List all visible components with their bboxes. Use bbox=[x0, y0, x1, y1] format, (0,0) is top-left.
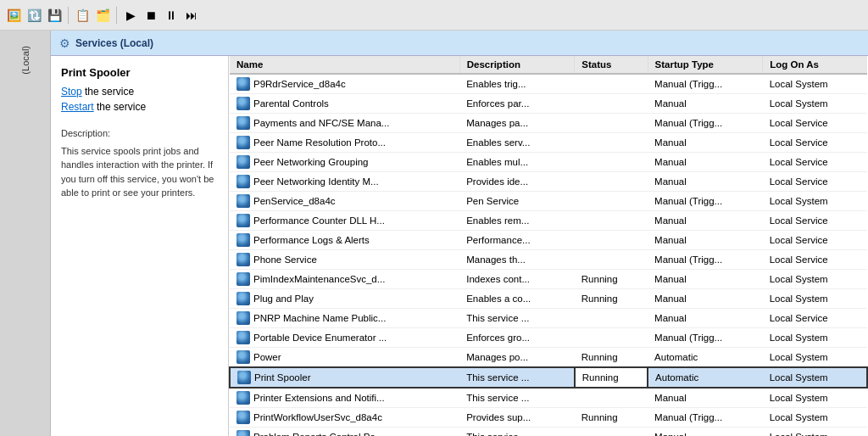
stop-link[interactable]: Stop bbox=[61, 86, 82, 98]
main-container: (Local) ⚙ Services (Local) Print Spooler… bbox=[0, 31, 868, 436]
table-row[interactable]: Payments and NFC/SE Mana...Manages pa...… bbox=[230, 114, 867, 133]
content-area: ⚙ Services (Local) Print Spooler Stop th… bbox=[51, 31, 868, 436]
stop-action-line: Stop the service bbox=[61, 86, 218, 98]
toolbar-icon-2[interactable]: 🔃 bbox=[25, 7, 42, 24]
cell-logon: Local System bbox=[763, 388, 867, 408]
sidebar-label: (Local) bbox=[20, 46, 31, 75]
cell-description: Indexes cont... bbox=[459, 270, 575, 289]
col-header-logon[interactable]: Log On As bbox=[763, 56, 867, 74]
service-icon bbox=[236, 136, 250, 149]
cell-logon: Local System bbox=[763, 367, 867, 388]
services-gear-icon: ⚙ bbox=[59, 36, 70, 50]
cell-description: This service ... bbox=[459, 388, 575, 408]
toolbar-icon-1[interactable]: 🖼️ bbox=[5, 7, 22, 24]
table-row[interactable]: Performance Logs & AlertsPerformance...M… bbox=[230, 231, 867, 250]
cell-name: Payments and NFC/SE Mana... bbox=[230, 114, 459, 132]
table-row[interactable]: Plug and PlayEnables a co...RunningManua… bbox=[230, 289, 867, 309]
description-label: Description: bbox=[61, 126, 218, 141]
cell-name: Plug and Play bbox=[230, 289, 459, 308]
table-panel[interactable]: Name Description Status Startup Type Log… bbox=[229, 56, 868, 436]
service-icon bbox=[236, 331, 250, 344]
play-button[interactable]: ▶ bbox=[122, 7, 139, 24]
pause-button[interactable]: ⏸ bbox=[163, 7, 180, 24]
cell-logon: Local Service bbox=[763, 211, 867, 231]
cell-startup: Manual bbox=[648, 270, 763, 289]
toolbar: 🖼️ 🔃 💾 📋 🗂️ ▶ ⏹ ⏸ ⏭ bbox=[0, 0, 868, 31]
table-row[interactable]: Peer Networking GroupingEnables mul...Ma… bbox=[230, 153, 867, 172]
cell-startup: Manual bbox=[648, 231, 763, 250]
cell-description: This service ... bbox=[459, 309, 575, 328]
table-row[interactable]: Peer Networking Identity M...Provides id… bbox=[230, 172, 867, 192]
cell-name: Power bbox=[230, 348, 459, 366]
cell-status bbox=[575, 153, 648, 172]
service-icon bbox=[236, 253, 250, 266]
restart-button[interactable]: ⏭ bbox=[183, 7, 200, 24]
service-icon bbox=[236, 391, 250, 405]
table-row[interactable]: PNRP Machine Name Public...This service … bbox=[230, 309, 867, 328]
col-header-startup[interactable]: Startup Type bbox=[648, 56, 763, 74]
restart-link[interactable]: Restart bbox=[61, 101, 94, 113]
table-row[interactable]: Peer Name Resolution Proto...Enables ser… bbox=[230, 133, 867, 153]
cell-name: PrintWorkflowUserSvc_d8a4c bbox=[230, 408, 459, 427]
cell-name: PNRP Machine Name Public... bbox=[230, 309, 459, 327]
cell-status bbox=[575, 172, 648, 192]
cell-name: Print Spooler bbox=[231, 368, 459, 387]
service-icon bbox=[236, 430, 250, 436]
toolbar-icon-3[interactable]: 💾 bbox=[46, 7, 63, 24]
table-row[interactable]: Printer Extensions and Notifi...This ser… bbox=[230, 388, 867, 408]
cell-name: P9RdrService_d8a4c bbox=[230, 75, 459, 93]
cell-logon: Local System bbox=[763, 74, 867, 94]
table-row[interactable]: PenService_d8a4cPen ServiceManual (Trigg… bbox=[230, 192, 867, 211]
toolbar-icon-4[interactable]: 📋 bbox=[74, 7, 91, 24]
service-icon bbox=[236, 175, 250, 188]
cell-status bbox=[575, 388, 648, 408]
table-row[interactable]: PowerManages po...RunningAutomaticLocal … bbox=[230, 348, 867, 368]
cell-logon: Local Service bbox=[763, 250, 867, 270]
stop-button[interactable]: ⏹ bbox=[142, 7, 159, 24]
service-icon bbox=[236, 194, 250, 208]
table-row[interactable]: Phone ServiceManages th...Manual (Trigg.… bbox=[230, 250, 867, 270]
info-panel: Print Spooler Stop the service Restart t… bbox=[51, 56, 229, 436]
cell-status bbox=[575, 231, 648, 250]
service-icon bbox=[236, 272, 250, 286]
services-header-title: Services (Local) bbox=[75, 37, 153, 49]
table-row[interactable]: Print SpoolerThis service ...RunningAuto… bbox=[230, 367, 867, 388]
cell-description: This service ... bbox=[459, 428, 575, 437]
cell-description: Manages po... bbox=[459, 348, 575, 368]
table-row[interactable]: P9RdrService_d8a4cEnables trig...Manual … bbox=[230, 74, 867, 94]
cell-startup: Manual bbox=[648, 309, 763, 328]
table-row[interactable]: Parental ControlsEnforces par...ManualLo… bbox=[230, 94, 867, 114]
table-row[interactable]: Performance Counter DLL H...Enables rem.… bbox=[230, 211, 867, 231]
cell-status: Running bbox=[575, 348, 648, 368]
col-header-status[interactable]: Status bbox=[575, 56, 648, 74]
cell-name: PenService_d8a4c bbox=[230, 192, 459, 210]
cell-logon: Local Service bbox=[763, 133, 867, 153]
cell-status bbox=[575, 309, 648, 328]
cell-status: Running bbox=[575, 408, 648, 428]
cell-name: Printer Extensions and Notifi... bbox=[230, 388, 459, 407]
table-row[interactable]: PrintWorkflowUserSvc_d8a4cProvides sup..… bbox=[230, 408, 867, 428]
cell-logon: Local System bbox=[763, 428, 867, 437]
cell-status bbox=[575, 328, 648, 348]
cell-description: Enables a co... bbox=[459, 289, 575, 309]
table-row[interactable]: Problem Reports Control Pa...This servic… bbox=[230, 428, 867, 437]
service-icon bbox=[236, 411, 250, 424]
service-icon bbox=[236, 214, 250, 227]
cell-name: Peer Networking Identity M... bbox=[230, 172, 459, 191]
col-header-name[interactable]: Name bbox=[230, 56, 459, 74]
cell-description: Enables trig... bbox=[459, 74, 575, 94]
toolbar-icon-5[interactable]: 🗂️ bbox=[94, 7, 111, 24]
cell-name: Peer Networking Grouping bbox=[230, 153, 459, 171]
selected-service-name: Print Spooler bbox=[61, 66, 218, 79]
service-icon bbox=[236, 97, 250, 110]
description-text: This service spools print jobs and handl… bbox=[61, 144, 218, 200]
table-row[interactable]: PimIndexMaintenanceSvc_d...Indexes cont.… bbox=[230, 270, 867, 289]
toolbar-separator-1 bbox=[68, 7, 69, 24]
col-header-description[interactable]: Description bbox=[459, 56, 575, 74]
cell-name: Portable Device Enumerator ... bbox=[230, 328, 459, 347]
cell-description: Enables rem... bbox=[459, 211, 575, 231]
cell-name: Performance Counter DLL H... bbox=[230, 211, 459, 230]
restart-action-line: Restart the service bbox=[61, 101, 218, 113]
cell-status bbox=[575, 192, 648, 211]
table-row[interactable]: Portable Device Enumerator ...Enforces g… bbox=[230, 328, 867, 348]
